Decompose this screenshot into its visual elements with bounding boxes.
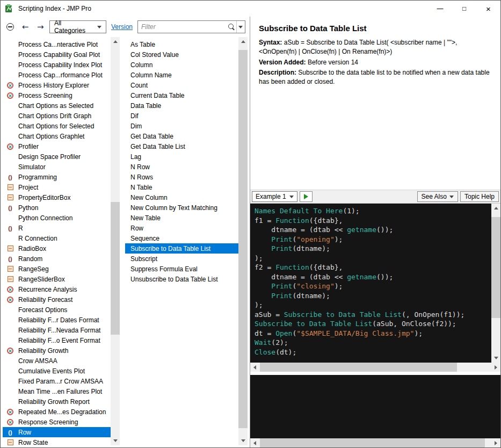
category-item[interactable]: Chart Options for Selected	[3, 121, 111, 131]
topic-help-button[interactable]: Topic Help	[460, 191, 499, 202]
category-item[interactable]: PropertyEditorBox	[3, 192, 111, 203]
code-vertical-scrollbar[interactable]	[491, 204, 500, 363]
function-item[interactable]: Sequence	[125, 233, 238, 243]
category-item[interactable]: Programming	[3, 172, 111, 182]
function-item[interactable]: Col Stored Value	[125, 49, 238, 60]
category-item[interactable]: Reliability Growth Report	[3, 396, 111, 407]
category-item[interactable]: Reliability Growth	[3, 345, 111, 356]
category-item[interactable]: R Connection	[3, 233, 111, 243]
scroll-track[interactable]	[491, 213, 500, 353]
category-item[interactable]: Row State	[3, 437, 111, 445]
function-item[interactable]: Dim	[125, 121, 238, 131]
function-item[interactable]: N Rows	[125, 172, 238, 182]
function-item[interactable]: As Table	[125, 39, 238, 49]
see-also-button[interactable]: See Also	[417, 191, 458, 202]
category-item[interactable]: RangeSliderBox	[3, 274, 111, 284]
version-link[interactable]: Version	[111, 23, 133, 31]
function-item[interactable]: Unsubscribe to Data Table List	[125, 274, 238, 284]
scroll-up-button[interactable]	[111, 37, 120, 46]
category-item[interactable]: Process History Explorer	[3, 80, 111, 90]
category-item[interactable]: Process Screening	[3, 90, 111, 100]
category-item[interactable]: RadioBox	[3, 243, 111, 254]
function-item[interactable]: N Row	[125, 162, 238, 172]
scroll-thumb[interactable]	[260, 363, 457, 372]
code-horizontal-scrollbar[interactable]	[250, 363, 500, 372]
category-item[interactable]: Project	[3, 182, 111, 192]
scroll-left-button[interactable]	[250, 363, 259, 372]
category-item[interactable]: Profiler	[3, 141, 111, 151]
maximize-button[interactable]: □	[452, 1, 476, 17]
category-item[interactable]: Reliability F...r Dates Format	[3, 315, 111, 325]
scroll-track[interactable]	[259, 438, 491, 447]
category-item[interactable]: Reliability F...Nevada Format	[3, 325, 111, 335]
close-button[interactable]: ×	[476, 1, 500, 17]
code-editor[interactable]: Names Default To Here(1);f1 = Function({…	[250, 204, 500, 363]
category-item[interactable]: Chart Options Graphlet	[3, 131, 111, 141]
category-item[interactable]: Fixed Param...r Crow AMSAA	[3, 376, 111, 386]
circle-minus-button[interactable]	[4, 20, 16, 33]
category-item[interactable]: Process Capability Index Plot	[3, 60, 111, 70]
category-item[interactable]: Repeated Me...es Degradation	[3, 407, 111, 417]
scroll-right-button[interactable]	[491, 438, 500, 447]
category-item[interactable]: Recurrence Analysis	[3, 284, 111, 294]
function-item[interactable]: Lag	[125, 151, 238, 162]
function-item[interactable]: Current Data Table	[125, 90, 238, 100]
function-item[interactable]: Data Table	[125, 100, 238, 111]
function-item[interactable]: Subscribe to Data Table List	[125, 243, 238, 254]
forward-button[interactable]: →	[34, 20, 47, 33]
category-item[interactable]: Random	[3, 254, 111, 264]
function-item[interactable]: Column	[125, 60, 238, 70]
filter-input[interactable]	[138, 23, 228, 31]
category-item[interactable]: Chart Options Drift Graph	[3, 111, 111, 121]
category-item[interactable]: Reliability F...o Event Format	[3, 335, 111, 345]
minimize-button[interactable]: —	[428, 1, 452, 17]
log-horizontal-scrollbar[interactable]	[250, 438, 500, 447]
category-item[interactable]: Cumulative Events Plot	[3, 366, 111, 376]
scroll-up-button[interactable]	[238, 37, 248, 46]
scroll-track[interactable]	[238, 46, 248, 436]
function-item[interactable]: Column Name	[125, 70, 238, 80]
function-item[interactable]: Row	[125, 223, 238, 233]
category-scrollbar[interactable]	[111, 37, 120, 445]
function-item[interactable]: N Table	[125, 182, 238, 192]
scroll-left-button[interactable]	[250, 438, 259, 447]
category-item[interactable]: RangeSeg	[3, 264, 111, 274]
category-item[interactable]: Response Screening	[3, 417, 111, 427]
scroll-down-button[interactable]	[111, 436, 120, 445]
category-item[interactable]: Process Ca...nteractive Plot	[3, 39, 111, 49]
category-item[interactable]: Chart Options as Selected	[3, 100, 111, 111]
function-item[interactable]: Get Data Table	[125, 131, 238, 141]
log-output-area[interactable]	[250, 375, 500, 438]
example-dropdown[interactable]: Example 1	[252, 191, 297, 202]
code-view[interactable]: Names Default To Here(1);f1 = Function({…	[250, 204, 491, 363]
function-item[interactable]: Count	[125, 80, 238, 90]
category-item[interactable]: Simulator	[3, 162, 111, 172]
function-item[interactable]: Get Data Table List	[125, 141, 238, 151]
category-item[interactable]: Forecast Options	[3, 305, 111, 315]
scroll-thumb[interactable]	[260, 438, 485, 447]
scroll-thumb[interactable]	[111, 202, 120, 335]
function-scrollbar[interactable]	[238, 37, 248, 445]
back-button[interactable]: ←	[19, 20, 31, 33]
function-item[interactable]: Dif	[125, 111, 238, 121]
scroll-thumb[interactable]	[238, 50, 248, 428]
category-item[interactable]: Reliability Forecast	[3, 294, 111, 305]
category-item[interactable]: R	[3, 223, 111, 233]
function-item[interactable]: Subscript	[125, 254, 238, 264]
function-item[interactable]: New Column by Text Matching	[125, 203, 238, 213]
category-item[interactable]: Python	[3, 203, 111, 213]
category-item[interactable]: Row	[3, 427, 111, 437]
category-item[interactable]: Process Cap...rformance Plot	[3, 70, 111, 80]
category-dropdown[interactable]: All Categories	[49, 20, 106, 33]
category-item[interactable]: Process Capability Goal Plot	[3, 49, 111, 60]
scroll-down-button[interactable]	[491, 353, 500, 363]
category-item[interactable]: Mean Time ...en Failures Plot	[3, 386, 111, 396]
function-item[interactable]: Suppress Formula Eval	[125, 264, 238, 274]
scroll-track[interactable]	[111, 46, 120, 436]
scroll-right-button[interactable]	[491, 363, 500, 372]
category-item[interactable]: Crow AMSAA	[3, 356, 111, 366]
category-item[interactable]: Python Connection	[3, 213, 111, 223]
category-item[interactable]: Design Space Profiler	[3, 151, 111, 162]
filter-dropdown-button[interactable]	[236, 21, 245, 33]
scroll-thumb[interactable]	[491, 217, 500, 319]
